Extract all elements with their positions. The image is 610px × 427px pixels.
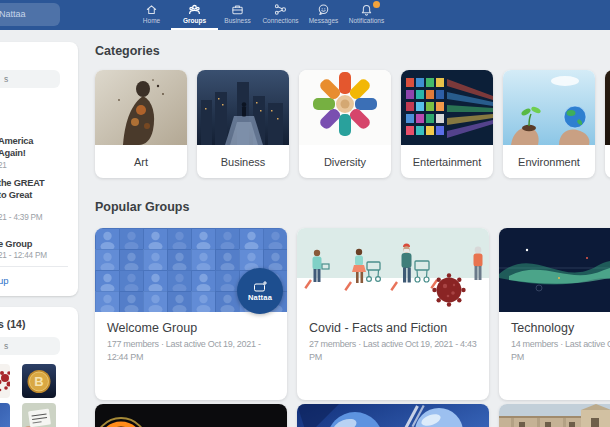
nav-label: Notifications: [349, 17, 384, 24]
group-thumbnail-bitcoin[interactable]: B: [22, 364, 56, 398]
nav-label: Connections: [262, 17, 298, 24]
welcome-group-cover: Nattaa: [95, 228, 287, 312]
sidebar-groups-count-heading: s (14): [0, 318, 25, 330]
sidebar-group-meta: 21 - 12:44 PM: [0, 251, 74, 260]
profile-name-chip[interactable]: Nattaa: [0, 3, 60, 26]
nav-label: Home: [143, 17, 160, 24]
sidebar-my-groups-panel: s (14) s B: [0, 307, 78, 427]
sidebar-group-title[interactable]: the GREAT: [0, 178, 72, 188]
popular-groups-heading: Popular Groups: [95, 200, 189, 214]
group-title: Technology: [499, 312, 610, 335]
sidebar-group-title[interactable]: America: [0, 136, 72, 146]
clipped-group-cover-building: [499, 404, 610, 427]
group-title: Welcome Group: [95, 312, 287, 335]
group-meta: 27 members · Last active Oct 19, 2021 - …: [297, 335, 489, 364]
group-owner-badge: Nattaa: [237, 268, 283, 314]
notification-badge-dot: [373, 1, 380, 8]
entertainment-category-image: [401, 70, 493, 145]
nav-item-groups[interactable]: Groups: [173, 0, 216, 30]
tv-message-icon: [254, 281, 267, 292]
business-category-image: [197, 70, 289, 145]
group-card-clipped-2[interactable]: [297, 404, 489, 427]
blue-thumb-image: [0, 403, 10, 427]
clipped-group-cover-abstract: [95, 404, 287, 427]
bitcoin-thumb-image: B: [22, 364, 56, 398]
category-label: Entertainment: [401, 145, 493, 178]
groups-page: Nattaa Home Groups: [0, 0, 610, 427]
category-card-entertainment[interactable]: Entertainment: [401, 70, 493, 178]
sidebar-group-meta: 21: [0, 161, 74, 170]
category-card-diversity[interactable]: Diversity: [299, 70, 391, 178]
clipped-category-image: [605, 70, 610, 145]
environment-category-image: [503, 70, 595, 145]
category-card-clipped[interactable]: [605, 70, 610, 178]
category-card-business[interactable]: Business: [197, 70, 289, 178]
group-thumbnail-covid[interactable]: [0, 364, 10, 398]
nav-label: Business: [224, 17, 250, 24]
top-navigation-bar: Nattaa Home Groups: [0, 0, 610, 30]
categories-heading: Categories: [95, 44, 160, 58]
sidebar-group-title[interactable]: Again!: [0, 148, 72, 158]
sidebar-groups-search-box[interactable]: s: [0, 337, 60, 355]
mental-health-thumb-image: [22, 403, 56, 427]
group-card-clipped-1[interactable]: [95, 404, 287, 427]
sidebar-group-title[interactable]: e Group: [0, 239, 72, 249]
nav-item-business[interactable]: Business: [216, 0, 259, 30]
category-label: Environment: [503, 145, 595, 178]
group-card-covid[interactable]: Covid - Facts and Fiction 27 members · L…: [297, 228, 489, 400]
group-card-welcome[interactable]: Nattaa Welcome Group 177 members · Last …: [95, 228, 287, 400]
art-category-image: [95, 70, 187, 145]
nav-item-messages[interactable]: Messages: [302, 0, 345, 30]
sidebar-recent-groups-panel: s America Again! 21 the GREAT to Great 2…: [0, 42, 78, 296]
sidebar-link[interactable]: up: [0, 275, 9, 286]
category-label: Diversity: [299, 145, 391, 178]
group-title: Covid - Facts and Fiction: [297, 312, 489, 335]
category-card-environment[interactable]: Environment: [503, 70, 595, 178]
svg-text:B: B: [34, 374, 43, 389]
group-thumbnail-mental-health[interactable]: [22, 403, 56, 427]
nav-item-connections[interactable]: Connections: [259, 0, 302, 30]
home-icon: [145, 3, 158, 16]
clipped-group-cover-blue3d: [297, 404, 489, 427]
category-label: Business: [197, 145, 289, 178]
badge-name: Nattaa: [248, 293, 272, 302]
group-card-technology[interactable]: Technology 14 members · Last active Oct …: [499, 228, 610, 400]
diversity-category-image: [299, 70, 391, 145]
covid-thumb-image: [0, 364, 10, 398]
groups-icon: [188, 3, 201, 16]
nav-label: Messages: [309, 17, 339, 24]
category-label: Art: [95, 145, 187, 178]
category-card-art[interactable]: Art: [95, 70, 187, 178]
group-meta: 14 members · Last active Oct 19, 2021 - …: [499, 335, 610, 364]
messages-icon: [317, 3, 330, 16]
main-nav: Home Groups Business: [130, 0, 388, 30]
category-label: [605, 145, 610, 178]
sidebar-group-title[interactable]: to Great: [0, 190, 72, 200]
business-icon: [231, 3, 244, 16]
group-thumbnail-blue[interactable]: [0, 403, 10, 427]
notifications-icon: [360, 3, 373, 16]
group-card-clipped-3[interactable]: [499, 404, 610, 427]
divider: [0, 266, 68, 267]
sidebar-filter-box[interactable]: s: [0, 70, 60, 88]
technology-group-cover: [499, 228, 610, 312]
nav-label: Groups: [183, 17, 206, 24]
group-meta: 177 members · Last active Oct 19, 2021 -…: [95, 335, 287, 364]
nav-item-home[interactable]: Home: [130, 0, 173, 30]
sidebar-group-meta: 21 - 4:39 PM: [0, 213, 74, 222]
connections-icon: [274, 3, 287, 16]
covid-group-cover: [297, 228, 489, 312]
nav-item-notifications[interactable]: Notifications: [345, 0, 388, 30]
